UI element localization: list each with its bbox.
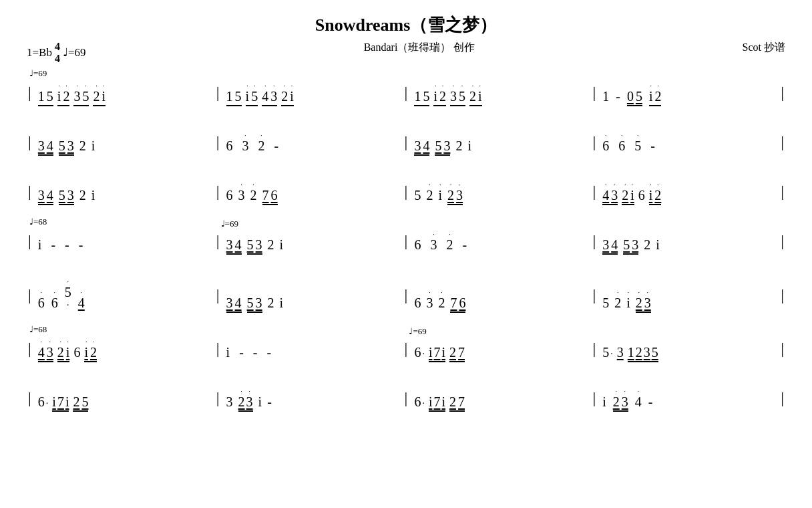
barline: |: [27, 340, 33, 356]
measure-18: 3 4 5 3 2 i: [221, 289, 403, 311]
row-6-content: | ·4 ·3 ·2 ·i 6 ·i ·2: [27, 326, 785, 360]
row-3: | 3 4 5 3 2 i |: [27, 168, 785, 203]
measure-7: 3 4 5 3 2 i: [409, 132, 591, 154]
row-2: | 3 4 5 3 2 i |: [27, 119, 785, 154]
row-3-content: | 3 4 5 3 2 i |: [27, 168, 785, 203]
ng-i2c: ·i ·2: [433, 82, 446, 104]
ng-i2d: ·i ·2: [649, 82, 662, 104]
page: Snowdreams（雪之梦） 1=Bb 4 4 ♩=69 Bandari（班得…: [0, 0, 812, 508]
measure-24: 5· 3 1 2 3 5: [597, 338, 779, 360]
barline: |: [779, 390, 785, 406]
barline: |: [779, 287, 785, 303]
barline: |: [779, 84, 785, 100]
n3-h: ·3: [270, 82, 277, 104]
barline: |: [403, 84, 409, 100]
tempo-row1: ♩=69: [29, 68, 47, 79]
barline: |: [591, 287, 597, 303]
measure-9: 3 4 5 3 2 i: [33, 181, 215, 203]
measure-15: 6 ·3 ·2 -: [409, 231, 591, 253]
tempo-68-r6: ♩=68: [29, 324, 47, 335]
n5-h: ·5: [251, 82, 258, 104]
barline: |: [27, 84, 33, 100]
barline: |: [591, 84, 597, 100]
music-notation: ♩=69 | 1 5: [27, 70, 785, 410]
transcriber-display: Scot 抄谱: [678, 41, 785, 55]
measure-23: ♩=69 6· i 7 i: [409, 338, 591, 360]
note-group-2i: · 2 · i: [93, 82, 106, 104]
key-label: 1=Bb: [27, 46, 52, 59]
barline: |: [403, 287, 409, 303]
n4-h: ·4: [262, 82, 268, 104]
ng-53b: 5 3: [435, 132, 450, 154]
measure-28: i ·2 ·3 ·4 -: [597, 388, 779, 410]
barline: |: [27, 183, 33, 199]
ng-2ic: ·2 ·i: [469, 82, 482, 104]
barline: |: [27, 390, 33, 406]
ng-43: ·4 ·3: [262, 82, 277, 104]
measure-1: 1 5 · i ·: [33, 82, 215, 104]
ng-i5: ·i ·5: [246, 82, 258, 104]
author-display: Bandari（班得瑞） 创作: [160, 41, 678, 55]
note-group-35: · 3 · 5: [73, 82, 89, 104]
tempo-display: ♩=69: [63, 45, 86, 59]
song-title: Snowdreams（雪之梦）: [27, 13, 785, 37]
n5: 5: [235, 82, 242, 104]
ng-53: 5 3: [59, 132, 74, 154]
measure-27: 6· i 7 i 2 7: [409, 388, 591, 410]
barline: |: [215, 390, 221, 406]
tempo-69-r6: ♩=69: [409, 326, 426, 337]
barline: |: [403, 183, 409, 199]
measure-3: 1 5 ·i ·2 ·3 ·5 ·2 ·i: [409, 82, 591, 104]
note-i2-high: · i: [102, 82, 106, 104]
barline: |: [215, 233, 221, 249]
barline: |: [27, 233, 33, 249]
barline: |: [403, 340, 409, 356]
barline: |: [779, 134, 785, 150]
measure-8: ·6 ·6 ·5 -: [597, 132, 779, 154]
time-signature: 4 4: [55, 41, 60, 64]
note-group-i2: · i · 2: [57, 82, 70, 104]
barline: |: [591, 340, 597, 356]
measure-11: 5 ·2 ·i ·2 ·3: [409, 181, 591, 203]
ng-34: 3 4: [38, 132, 53, 154]
barline: |: [591, 183, 597, 199]
measure-21: ·4 ·3 ·2 ·i 6 ·i ·2: [33, 338, 215, 360]
n1: 1: [226, 82, 233, 104]
barline: |: [403, 390, 409, 406]
note-5b-high: · 5: [82, 82, 89, 104]
barline: |: [403, 233, 409, 249]
barline: |: [779, 233, 785, 249]
row-6: ♩=68 | ·4 ·3 ·2 ·i 6 ·i: [27, 326, 785, 360]
ng-05: 0 5: [627, 82, 642, 104]
measure-22: i - - -: [221, 338, 403, 360]
barline: |: [591, 233, 597, 249]
barline: |: [215, 287, 221, 303]
barline: |: [215, 84, 221, 100]
row-4: ♩=68 | i - - - | ♩=69 3: [27, 218, 785, 253]
ni2-h: ·i: [290, 82, 294, 104]
row-1: ♩=69 | 1 5: [27, 70, 785, 104]
measure-13: i - - -: [33, 231, 215, 253]
row-5-content: | ·6 ·6 · 5 · ·4 |: [27, 267, 785, 311]
measure-6: 6 ·3 ·2 -: [221, 132, 403, 154]
measure-26: 3 ·2 ·3 i -: [221, 388, 403, 410]
barline: |: [215, 134, 221, 150]
measure-17: ·6 ·6 · 5 · ·4: [33, 278, 215, 311]
measure-4: 1 - 0 5 ·i ·2: [597, 82, 779, 104]
tempo-69-r4: ♩=69: [221, 219, 238, 229]
measure-19: 6 ·3 ·2 7 6: [409, 289, 591, 311]
note-2c-high: · 2: [93, 82, 99, 104]
measure-5: 3 4 5 3 2 i: [33, 132, 215, 154]
note-5: 5: [47, 82, 53, 104]
row-2-content: | 3 4 5 3 2 i |: [27, 119, 785, 154]
key-time-display: 1=Bb 4 4 ♩=69: [27, 41, 160, 64]
measure-2: 1 5 ·i ·5 ·4 ·3 ·2 ·i: [221, 82, 403, 104]
note-2-high: · 2: [63, 82, 69, 104]
measure-20: 5 ·2 ·i ·2 ·3: [597, 289, 779, 311]
barline: |: [779, 183, 785, 199]
measure-14: ♩=69 3 4 5 3 2 i: [221, 231, 403, 253]
ni-h: ·i: [246, 82, 250, 104]
barline: |: [403, 134, 409, 150]
barline: |: [27, 134, 33, 150]
ng-35c: ·3 ·5: [450, 82, 465, 104]
